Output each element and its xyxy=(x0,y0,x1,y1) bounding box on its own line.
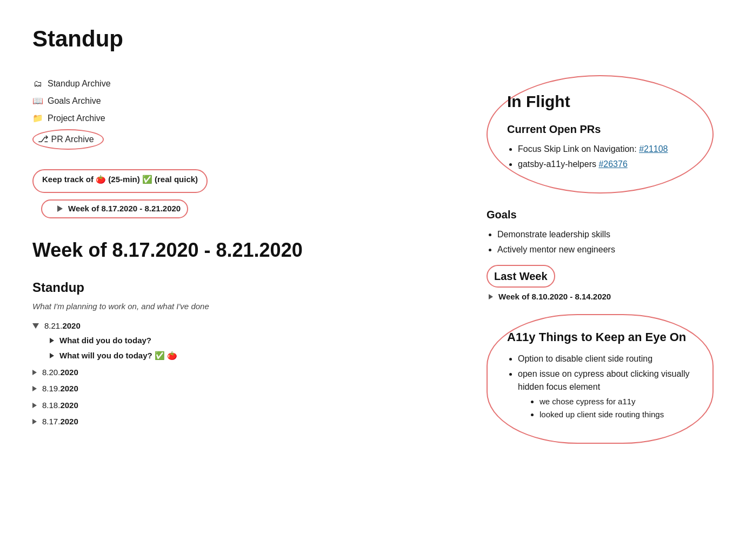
goal-item-1: Demonstrate leadership skills xyxy=(497,228,714,241)
date-label-817: 8.17.2020 xyxy=(42,416,78,428)
left-column: 🗂 Standup Archive 📖 Goals Archive 📁 Proj… xyxy=(32,75,454,432)
triangle-down-icon xyxy=(32,323,39,329)
date-toggle-817[interactable]: 8.17.2020 xyxy=(32,416,454,428)
date-toggle-820[interactable]: 8.20.2020 xyxy=(32,366,454,379)
pr-item-2: gatsby-a11y-helpers #26376 xyxy=(518,158,693,171)
keep-track-text: Keep track of 🍅 (25-min) ✅ (real quick) xyxy=(42,174,198,186)
sub-item-did-today[interactable]: What did you do today? xyxy=(50,335,454,347)
last-week-section: Last Week Week of 8.10.2020 - 8.14.2020 xyxy=(487,265,714,303)
a11y-item-2: open issue on cypress about clicking vis… xyxy=(518,368,693,421)
book-icon: 📖 xyxy=(32,95,43,108)
date-entry-819: 8.19.2020 xyxy=(32,383,454,395)
nav-label-project-archive: Project Archive xyxy=(48,112,105,125)
open-prs-heading: Current Open PRs xyxy=(507,121,693,137)
date-label-821: 8.21.2020 xyxy=(44,320,81,332)
nav-label-standup-archive: Standup Archive xyxy=(48,77,111,90)
a11y-nested-item-1: we chose cypress for a11y xyxy=(539,396,693,408)
a11y-item-2-text: open issue on cypress about clicking vis… xyxy=(518,369,690,391)
a11y-list: Option to disable client side routing op… xyxy=(518,352,693,421)
pr-text-1: Focus Skip Link on Navigation: xyxy=(518,144,639,154)
right-column: In Flight Current Open PRs Focus Skip Li… xyxy=(487,75,714,444)
date-label-819: 8.19.2020 xyxy=(42,383,78,395)
pr-text-2: gatsby-a11y-helpers xyxy=(518,159,598,169)
standup-subtext: What I'm planning to work on, and what I… xyxy=(32,301,454,313)
arrow-lastweek-icon xyxy=(489,294,493,299)
nav-item-goals-archive[interactable]: 📖 Goals Archive xyxy=(32,92,454,110)
a11y-nested-list: we chose cypress for a11y looked up clie… xyxy=(539,396,693,421)
sub-item-will-today[interactable]: What will you do today? ✅ 🍅 xyxy=(50,350,454,362)
last-week-toggle[interactable]: Week of 8.10.2020 - 8.14.2020 xyxy=(489,291,714,303)
sub-item-label-1: What did you do today? xyxy=(59,335,151,347)
goals-list: Demonstrate leadership skills Actively m… xyxy=(497,228,714,256)
arrow-820-icon xyxy=(32,370,37,375)
arrow-817-icon xyxy=(32,419,37,424)
date-toggle-819[interactable]: 8.19.2020 xyxy=(32,383,454,395)
week-toggle[interactable]: Week of 8.17.2020 - 8.21.2020 xyxy=(57,203,181,215)
week-toggle-label: Week of 8.17.2020 - 8.21.2020 xyxy=(68,203,181,215)
sub-item-label-2: What will you do today? ✅ 🍅 xyxy=(59,350,177,362)
arrow-818-icon xyxy=(32,403,37,408)
page-title: Standup xyxy=(32,22,714,56)
pr-link-2[interactable]: #26376 xyxy=(598,159,627,169)
last-week-heading: Last Week xyxy=(494,270,548,282)
last-week-oval: Last Week xyxy=(487,265,555,288)
arrow-right-icon-1 xyxy=(50,338,54,343)
branch-icon: ⎇ xyxy=(38,134,49,144)
nav-item-pr-archive[interactable]: ⎇ PR Archive xyxy=(32,127,454,152)
nav-label-goals-archive: Goals Archive xyxy=(48,95,101,108)
pr-list: Focus Skip Link on Navigation: #21108 ga… xyxy=(518,143,693,171)
standup-heading: Standup xyxy=(32,278,454,297)
a11y-section: A11y Things to Keep an Eye On Option to … xyxy=(487,314,714,444)
in-flight-heading: In Flight xyxy=(507,89,693,114)
week-heading: Week of 8.17.2020 - 8.21.2020 xyxy=(32,236,454,265)
nav-item-project-archive[interactable]: 📁 Project Archive xyxy=(32,110,454,127)
pr-item-1: Focus Skip Link on Navigation: #21108 xyxy=(518,143,693,156)
last-week-toggle-label: Week of 8.10.2020 - 8.14.2020 xyxy=(498,291,611,303)
archive-icon: 🗂 xyxy=(32,77,43,90)
in-flight-section: In Flight Current Open PRs Focus Skip Li… xyxy=(487,75,714,194)
a11y-heading: A11y Things to Keep an Eye On xyxy=(507,328,693,346)
date-label-820: 8.20.2020 xyxy=(42,366,78,379)
arrow-right-icon-2 xyxy=(50,353,54,358)
nav-item-standup-archive[interactable]: 🗂 Standup Archive xyxy=(32,75,454,92)
date-entry-820: 8.20.2020 xyxy=(32,366,454,379)
folder-icon: 📁 xyxy=(32,112,43,125)
goal-item-2: Actively mentor new engineers xyxy=(497,243,714,256)
pr-link-1[interactable]: #21108 xyxy=(639,144,668,154)
goals-heading: Goals xyxy=(487,206,714,223)
sub-items-821: What did you do today? What will you do … xyxy=(50,335,454,362)
date-toggle-821[interactable]: 8.21.2020 xyxy=(32,320,454,332)
date-entry-818: 8.18.2020 xyxy=(32,399,454,412)
nav-label-pr-archive: PR Archive xyxy=(51,135,94,144)
date-toggle-818[interactable]: 8.18.2020 xyxy=(32,399,454,412)
a11y-nested-item-2: looked up client side routing things xyxy=(539,409,693,421)
date-entry-821: 8.21.2020 What did you do today? What wi… xyxy=(32,320,454,362)
arrow-819-icon xyxy=(32,386,37,391)
goals-section: Goals Demonstrate leadership skills Acti… xyxy=(487,206,714,256)
a11y-item-1: Option to disable client side routing xyxy=(518,352,693,365)
date-label-818: 8.18.2020 xyxy=(42,399,78,412)
date-entry-817: 8.17.2020 xyxy=(32,416,454,428)
triangle-right-icon xyxy=(57,205,63,212)
nav-list: 🗂 Standup Archive 📖 Goals Archive 📁 Proj… xyxy=(32,75,454,152)
keep-track-row: Keep track of 🍅 (25-min) ✅ (real quick) xyxy=(42,174,198,186)
